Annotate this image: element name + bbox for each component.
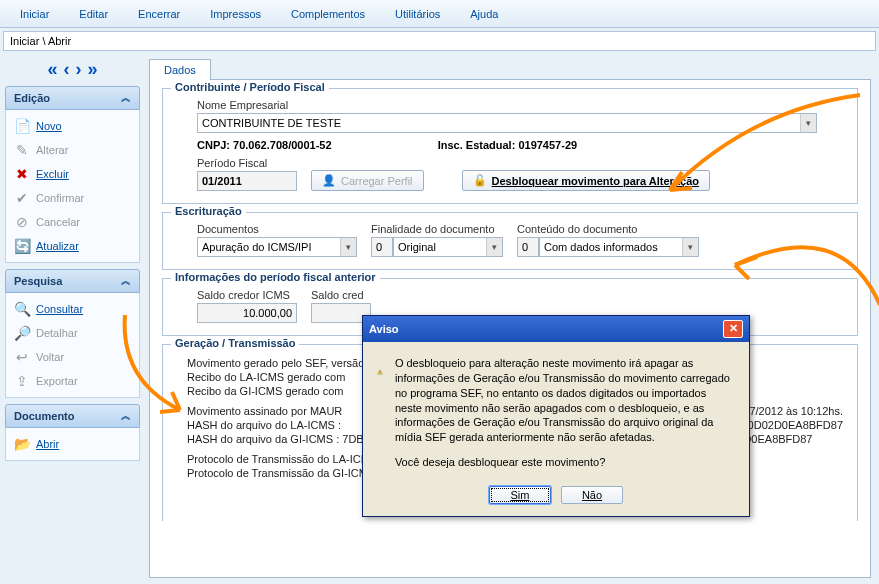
desbloquear-label: Desbloquear movimento para Alteração — [492, 175, 699, 187]
panel-pesquisa-header[interactable]: Pesquisa ︽ — [5, 269, 140, 293]
menu-encerrar[interactable]: Encerrar — [138, 8, 180, 20]
svg-rect-0 — [380, 371, 381, 373]
sidebar-item-consultar[interactable]: 🔍Consultar — [8, 297, 137, 321]
conteudo-code-input[interactable] — [517, 237, 539, 257]
legend-geracao: Geração / Transmissão — [171, 337, 299, 349]
warning-icon — [377, 356, 383, 388]
dialog-yes-button[interactable]: Sim — [489, 486, 551, 504]
fin-value: Original — [398, 241, 436, 253]
nav-next-icon[interactable]: › — [76, 59, 82, 80]
panel-documento-body: 📂Abrir — [5, 428, 140, 461]
panel-pesquisa-title: Pesquisa — [14, 275, 62, 287]
dialog-no-button[interactable]: Não — [561, 486, 623, 504]
fin-code-input[interactable] — [371, 237, 393, 257]
periodo-label: Período Fiscal — [197, 157, 297, 169]
menu-bar: Iniciar Editar Encerrar Impressos Comple… — [0, 0, 879, 28]
periodo-input[interactable] — [197, 171, 297, 191]
carregar-perfil-button: 👤 Carregar Perfil — [311, 170, 424, 191]
sidebar-item-cancelar: ⊘Cancelar — [8, 210, 137, 234]
legend-contribuinte: Contribuinte / Período Fiscal — [171, 81, 329, 93]
chevron-up-icon: ︽ — [121, 274, 131, 288]
fieldset-contribuinte: Contribuinte / Período Fiscal Nome Empre… — [162, 88, 858, 204]
saldo-input[interactable] — [197, 303, 297, 323]
insc-label: Insc. Estadual: — [438, 139, 516, 151]
panel-edicao-title: Edição — [14, 92, 50, 104]
dialog-titlebar[interactable]: Aviso ✕ — [363, 316, 749, 342]
sidebar-item-label: Consultar — [36, 303, 83, 315]
panel-documento-title: Documento — [14, 410, 75, 422]
sidebar-item-abrir[interactable]: 📂Abrir — [8, 432, 137, 456]
sidebar: « ‹ › » Edição ︽ 📄Novo ✎Alterar ✖Excluir… — [0, 54, 145, 583]
sidebar-item-excluir[interactable]: ✖Excluir — [8, 162, 137, 186]
doc-select[interactable]: Apuração do ICMS/IPI ▾ — [197, 237, 357, 257]
sidebar-item-atualizar[interactable]: 🔄Atualizar — [8, 234, 137, 258]
chevron-down-icon: ▾ — [340, 238, 356, 256]
confirm-icon: ✔ — [14, 190, 30, 206]
panel-edicao-header[interactable]: Edição ︽ — [5, 86, 140, 110]
svg-rect-1 — [380, 373, 381, 374]
cnpj-label: CNPJ: — [197, 139, 230, 151]
carregar-label: Carregar Perfil — [341, 175, 413, 187]
nome-label: Nome Empresarial — [197, 99, 843, 111]
chevron-down-icon: ▾ — [682, 238, 698, 256]
cnpj-value: 70.062.708/0001-52 — [233, 139, 331, 151]
fin-select[interactable]: Original ▾ — [393, 237, 503, 257]
geracao-text: Movimento assinado por MAUR — [187, 405, 342, 417]
menu-utilitarios[interactable]: Utilitários — [395, 8, 440, 20]
close-icon[interactable]: ✕ — [723, 320, 743, 338]
geracao-text: HASH do arquivo do LA-ICMS : — [187, 419, 341, 431]
saldo2-label: Saldo cred — [311, 289, 371, 301]
sidebar-item-exportar: ⇪Exportar — [8, 369, 137, 393]
sidebar-item-alterar: ✎Alterar — [8, 138, 137, 162]
geracao-text: : 0D02D0EA8BFD87 — [742, 419, 844, 431]
nav-last-icon[interactable]: » — [88, 59, 98, 80]
dialog-no-label: Não — [582, 489, 602, 501]
sidebar-item-label: Atualizar — [36, 240, 79, 252]
cancel-icon: ⊘ — [14, 214, 30, 230]
menu-ajuda[interactable]: Ajuda — [470, 8, 498, 20]
tab-dados[interactable]: Dados — [149, 59, 211, 80]
saldo-label: Saldo credor ICMS — [197, 289, 297, 301]
back-icon: ↩ — [14, 349, 30, 365]
sidebar-item-label: Alterar — [36, 144, 68, 156]
conteudo-select[interactable]: Com dados informados ▾ — [539, 237, 699, 257]
menu-complementos[interactable]: Complementos — [291, 8, 365, 20]
fin-label: Finalidade do documento — [371, 223, 503, 235]
legend-escrituracao: Escrituração — [171, 205, 246, 217]
dialog-body-text: O desbloqueio para alteração neste movim… — [395, 356, 735, 445]
dialog-yes-label: Sim — [511, 489, 530, 501]
doc-value: Apuração do ICMS/IPI — [202, 241, 311, 253]
sidebar-item-confirmar: ✔Confirmar — [8, 186, 137, 210]
menu-editar[interactable]: Editar — [79, 8, 108, 20]
profile-icon: 👤 — [322, 174, 336, 187]
nav-first-icon[interactable]: « — [47, 59, 57, 80]
sidebar-item-label: Detalhar — [36, 327, 78, 339]
edit-icon: ✎ — [14, 142, 30, 158]
chevron-up-icon: ︽ — [121, 409, 131, 423]
desbloquear-button[interactable]: 🔓 Desbloquear movimento para Alteração — [462, 170, 710, 191]
nome-value: CONTRIBUINTE DE TESTE — [202, 117, 341, 129]
panel-edicao-body: 📄Novo ✎Alterar ✖Excluir ✔Confirmar ⊘Canc… — [5, 110, 140, 263]
unlock-icon: 🔓 — [473, 174, 487, 187]
nome-select[interactable]: CONTRIBUINTE DE TESTE ▾ — [197, 113, 817, 133]
panel-documento-header[interactable]: Documento ︽ — [5, 404, 140, 428]
dialog-aviso: Aviso ✕ O desbloqueio para alteração nes… — [362, 315, 750, 517]
menu-impressos[interactable]: Impressos — [210, 8, 261, 20]
delete-icon: ✖ — [14, 166, 30, 182]
conteudo-value: Com dados informados — [544, 241, 658, 253]
sidebar-item-label: Voltar — [36, 351, 64, 363]
dialog-title-text: Aviso — [369, 323, 399, 335]
refresh-icon: 🔄 — [14, 238, 30, 254]
doc-label: Documentos — [197, 223, 357, 235]
sidebar-item-detalhar: 🔎Detalhar — [8, 321, 137, 345]
sidebar-item-label: Exportar — [36, 375, 78, 387]
open-icon: 📂 — [14, 436, 30, 452]
menu-iniciar[interactable]: Iniciar — [20, 8, 49, 20]
detail-icon: 🔎 — [14, 325, 30, 341]
breadcrumb: Iniciar \ Abrir — [3, 31, 876, 51]
chevron-up-icon: ︽ — [121, 91, 131, 105]
sidebar-item-label: Abrir — [36, 438, 59, 450]
fieldset-escrituracao: Escrituração Documentos Apuração do ICMS… — [162, 212, 858, 270]
sidebar-item-novo[interactable]: 📄Novo — [8, 114, 137, 138]
nav-prev-icon[interactable]: ‹ — [64, 59, 70, 80]
